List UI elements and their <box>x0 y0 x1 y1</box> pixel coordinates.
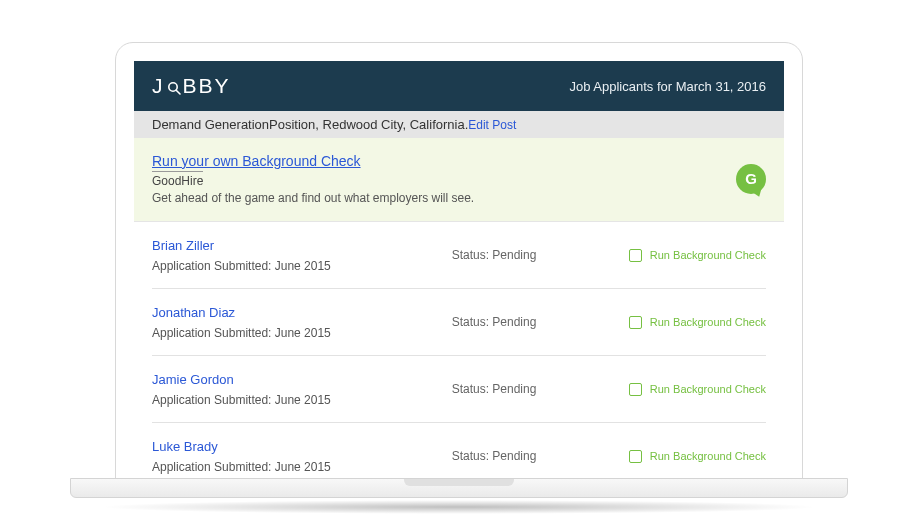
promo-banner: Run your own Background Check GoodHire G… <box>134 138 784 222</box>
applicant-name-link[interactable]: Jamie Gordon <box>152 372 234 387</box>
applicant-row: Luke BradyApplication Submitted: June 20… <box>152 423 766 479</box>
run-check-checkbox[interactable] <box>629 450 642 463</box>
applicant-info: Jamie GordonApplication Submitted: June … <box>152 370 392 408</box>
brand-suffix: BBY <box>183 74 231 98</box>
applicant-status: Status: Pending <box>392 382 596 396</box>
promo-content: Run your own Background Check GoodHire G… <box>152 152 736 205</box>
applicant-submitted-label: Application Submitted: June 2015 <box>152 460 331 474</box>
run-background-check-link[interactable]: Run Background Check <box>650 316 766 328</box>
subheader-bar: Demand Generation Position, Redwood City… <box>134 111 784 138</box>
applicant-actions: Run Background Check <box>596 249 766 262</box>
applicant-row: Brian ZillerApplication Submitted: June … <box>152 222 766 289</box>
run-background-check-link[interactable]: Run Background Check <box>650 383 766 395</box>
page-title: Job Applicants for March 31, 2016 <box>569 79 766 94</box>
applicant-info: Luke BradyApplication Submitted: June 20… <box>152 437 392 475</box>
run-check-checkbox[interactable] <box>629 383 642 396</box>
magnifying-glass-icon <box>167 76 181 100</box>
run-check-checkbox[interactable] <box>629 316 642 329</box>
header-bar: J BBY Job Applicants for March 31, 2016 <box>134 61 784 111</box>
applicant-actions: Run Background Check <box>596 450 766 463</box>
applicant-row: Jamie GordonApplication Submitted: June … <box>152 356 766 423</box>
run-check-checkbox[interactable] <box>629 249 642 262</box>
run-background-check-link[interactable]: Run Background Check <box>650 450 766 462</box>
applicant-actions: Run Background Check <box>596 383 766 396</box>
promo-description: Get ahead of the game and find out what … <box>152 191 736 205</box>
goodhire-badge-icon[interactable]: G <box>736 164 766 194</box>
applicant-name-link[interactable]: Jonathan Diaz <box>152 305 235 320</box>
job-position-text: Position, Redwood City, California. <box>269 117 468 132</box>
applicant-row: Jonathan DiazApplication Submitted: June… <box>152 289 766 356</box>
applicant-list: Brian ZillerApplication Submitted: June … <box>134 222 784 479</box>
laptop-frame: J BBY Job Applicants for March 31, 2016 … <box>115 42 803 480</box>
applicant-status: Status: Pending <box>392 248 596 262</box>
applicant-submitted-label: Application Submitted: June 2015 <box>152 326 331 340</box>
brand-logo[interactable]: J BBY <box>152 74 231 98</box>
applicant-status: Status: Pending <box>392 449 596 463</box>
brand-prefix: J <box>152 74 165 98</box>
job-role: Demand Generation <box>152 117 269 132</box>
applicant-info: Jonathan DiazApplication Submitted: June… <box>152 303 392 341</box>
svg-line-1 <box>176 90 180 94</box>
applicant-actions: Run Background Check <box>596 316 766 329</box>
laptop-notch <box>404 479 514 486</box>
badge-letter: G <box>745 170 757 187</box>
promo-brand-label: GoodHire <box>152 171 203 188</box>
laptop-base <box>70 478 848 498</box>
applicant-name-link[interactable]: Luke Brady <box>152 439 218 454</box>
laptop-shadow <box>99 500 819 514</box>
edit-post-link[interactable]: Edit Post <box>468 118 516 132</box>
run-background-check-link[interactable]: Run Background Check <box>650 249 766 261</box>
applicant-name-link[interactable]: Brian Ziller <box>152 238 214 253</box>
applicant-submitted-label: Application Submitted: June 2015 <box>152 259 331 273</box>
applicant-status: Status: Pending <box>392 315 596 329</box>
applicant-info: Brian ZillerApplication Submitted: June … <box>152 236 392 274</box>
applicant-submitted-label: Application Submitted: June 2015 <box>152 393 331 407</box>
app-screen: J BBY Job Applicants for March 31, 2016 … <box>134 61 784 479</box>
promo-title-link[interactable]: Run your own Background Check <box>152 153 361 169</box>
